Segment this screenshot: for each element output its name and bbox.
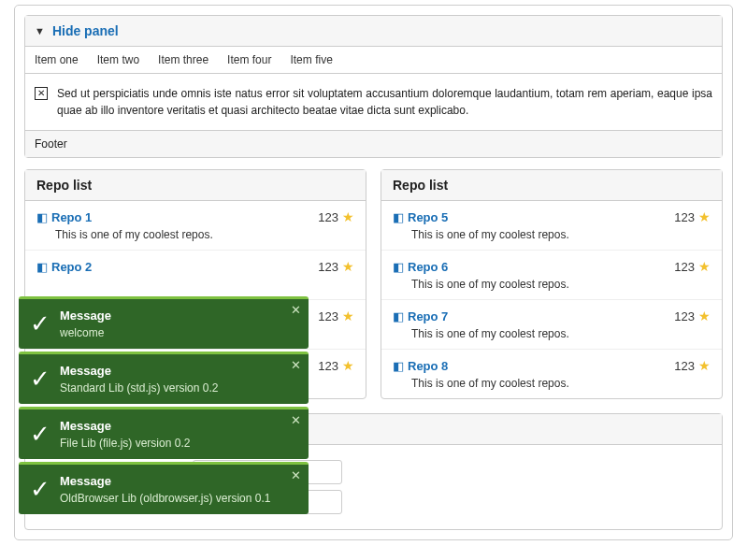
star-icon: ★ — [698, 358, 711, 373]
bookmark-icon: ◧ — [36, 260, 48, 274]
repo-stars: 123★ — [674, 309, 711, 323]
star-icon: ★ — [698, 209, 711, 224]
repo-link[interactable]: Repo 1 — [51, 210, 92, 224]
check-icon: ✓ — [30, 475, 60, 504]
bookmark-icon: ◧ — [393, 210, 404, 224]
panel-header[interactable]: ▼ Hide panel — [25, 16, 722, 47]
repo-link[interactable]: Repo 6 — [408, 260, 448, 274]
close-icon[interactable]: ✕ — [291, 358, 301, 372]
toast-text: welcome — [60, 326, 297, 339]
close-icon[interactable]: ✕ — [291, 303, 301, 317]
check-icon: ✓ — [30, 309, 60, 338]
menubar: Item one Item two Item three Item four I… — [25, 47, 722, 74]
repo-item: ◧ Repo 5 123★ This is one of my coolest … — [381, 201, 722, 250]
star-icon: ★ — [342, 309, 354, 323]
bookmark-icon: ◧ — [393, 260, 404, 274]
toast-text: OldBrowser Lib (oldbrowser.js) version 0… — [60, 492, 297, 505]
menu-item[interactable]: Item four — [218, 47, 280, 73]
repo-link[interactable]: Repo 2 — [51, 260, 92, 274]
toast-text: Standard Lib (std.js) version 0.2 — [60, 381, 297, 395]
repo-list-right: Repo list ◧ Repo 5 123★ This is one of m… — [381, 169, 723, 399]
repo-description: This is one of my coolest repos. — [393, 224, 711, 241]
repo-stars: 123★ — [318, 209, 354, 224]
repo-list-header: Repo list — [381, 170, 722, 201]
bookmark-icon: ◧ — [393, 359, 404, 373]
menu-item[interactable]: Item three — [149, 47, 218, 73]
star-icon: ★ — [342, 259, 354, 274]
toast: ✓ Message welcome ✕ — [19, 296, 309, 349]
star-icon: ★ — [342, 358, 354, 373]
close-icon[interactable]: ✕ — [291, 413, 301, 427]
repo-stars: 123★ — [318, 309, 354, 323]
content-icon: ✕ — [35, 87, 48, 100]
repo-item: ◧ Repo 2 123★ — [25, 250, 366, 299]
toast: ✓ Message File Lib (file.js) version 0.2… — [19, 407, 309, 459]
repo-link[interactable]: Repo 7 — [408, 309, 448, 323]
check-icon: ✓ — [30, 420, 60, 449]
repo-list-header: Repo list — [25, 170, 366, 201]
repo-description: This is one of my coolest repos. — [36, 224, 354, 241]
panel-text: Sed ut perspiciatis unde omnis iste natu… — [57, 85, 712, 119]
collapsible-panel: ▼ Hide panel Item one Item two Item thre… — [24, 15, 723, 158]
toast-text: File Lib (file.js) version 0.2 — [60, 437, 297, 450]
toast: ✓ Message Standard Lib (std.js) version … — [19, 352, 309, 404]
repo-description — [36, 274, 354, 291]
menu-item[interactable]: Item two — [88, 47, 149, 73]
close-icon[interactable]: ✕ — [291, 468, 301, 482]
repo-description: This is one of my coolest repos. — [393, 274, 711, 291]
repo-link[interactable]: Repo 5 — [408, 210, 448, 224]
repo-stars: 123★ — [674, 259, 711, 274]
repo-description: This is one of my coolest repos. — [393, 373, 711, 390]
repo-link[interactable]: Repo 8 — [408, 359, 448, 373]
chevron-down-icon: ▼ — [35, 25, 45, 36]
repo-item: ◧ Repo 7 123★ This is one of my coolest … — [381, 299, 722, 349]
repo-stars: 123★ — [674, 209, 711, 224]
toast-title: Message — [60, 309, 297, 323]
toast-stack: ✓ Message welcome ✕ ✓ Message Standard L… — [19, 296, 309, 514]
check-icon: ✓ — [30, 365, 60, 394]
menu-item[interactable]: Item one — [25, 47, 88, 73]
repo-stars: 123★ — [318, 358, 354, 373]
bookmark-icon: ◧ — [393, 309, 404, 323]
repo-item: ◧ Repo 1 123★ This is one of my coolest … — [25, 201, 366, 250]
panel-title: Hide panel — [52, 23, 119, 38]
panel-content: ✕ Sed ut perspiciatis unde omnis iste na… — [25, 74, 722, 131]
star-icon: ★ — [342, 209, 354, 224]
bookmark-icon: ◧ — [36, 210, 48, 224]
toast-title: Message — [60, 419, 297, 433]
menu-item[interactable]: Item five — [280, 47, 341, 73]
repo-stars: 123★ — [318, 259, 354, 274]
star-icon: ★ — [698, 259, 711, 274]
toast-title: Message — [60, 364, 297, 378]
toast-title: Message — [60, 474, 297, 488]
repo-stars: 123★ — [674, 358, 711, 373]
repo-description: This is one of my coolest repos. — [393, 323, 711, 340]
panel-footer: Footer — [25, 131, 722, 157]
repo-item: ◧ Repo 8 123★ This is one of my coolest … — [381, 349, 722, 398]
star-icon: ★ — [698, 309, 711, 323]
toast: ✓ Message OldBrowser Lib (oldbrowser.js)… — [19, 462, 309, 514]
repo-item: ◧ Repo 6 123★ This is one of my coolest … — [381, 250, 722, 299]
